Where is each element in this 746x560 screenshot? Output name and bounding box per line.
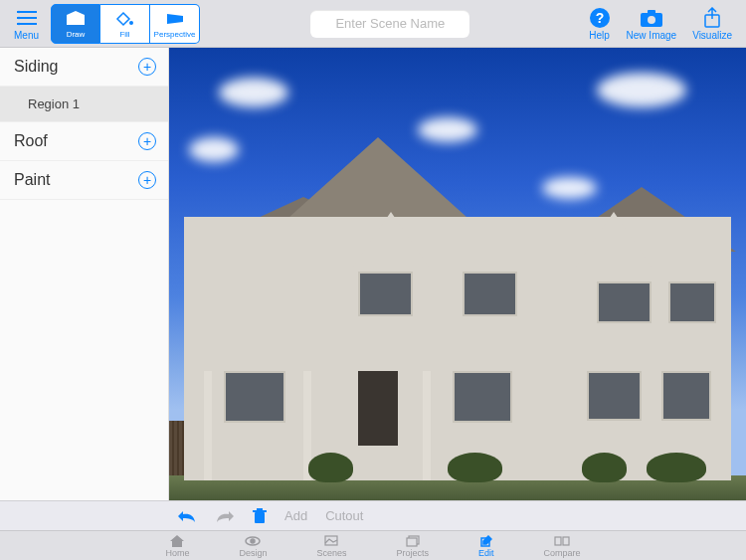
cloud [597, 73, 686, 107]
tab-home[interactable]: Home [165, 534, 189, 558]
add-button[interactable]: Add [284, 508, 307, 523]
svg-marker-8 [167, 14, 183, 24]
trash-icon [253, 508, 267, 524]
eye-icon [245, 534, 261, 548]
perspective-tool-button[interactable]: Perspective [150, 4, 200, 44]
help-label: Help [589, 30, 610, 41]
svg-point-3 [17, 11, 19, 13]
cutout-button[interactable]: Cutout [325, 508, 363, 523]
undo-icon [177, 508, 197, 524]
undo-button[interactable] [177, 508, 197, 524]
main-area: Siding + Region 1 Roof + Paint + [0, 48, 746, 500]
delete-button[interactable] [253, 508, 267, 524]
add-region-icon[interactable]: + [138, 58, 156, 76]
region-label: Region 1 [28, 96, 80, 111]
scene-name-input[interactable] [310, 10, 469, 38]
image-icon [324, 534, 338, 548]
svg-rect-16 [253, 510, 267, 512]
window [453, 371, 512, 423]
svg-rect-26 [563, 537, 569, 545]
edit-toolbar: Add Cutout [0, 500, 746, 530]
cloud [189, 137, 239, 162]
perspective-label: Perspective [154, 30, 196, 39]
shrub [582, 453, 627, 482]
category-label: Paint [14, 171, 50, 189]
fill-tool-button[interactable]: Fill [100, 4, 150, 44]
category-label: Siding [14, 58, 58, 76]
svg-text:?: ? [595, 10, 604, 26]
tab-label: Design [239, 548, 267, 558]
window [597, 281, 652, 323]
camera-icon [640, 6, 663, 30]
fill-icon [115, 9, 135, 29]
menu-label: Menu [14, 30, 39, 41]
tab-label: Compare [544, 548, 581, 558]
help-button[interactable]: ? Help [581, 4, 619, 43]
tab-label: Edit [478, 548, 494, 558]
category-siding[interactable]: Siding + [0, 48, 168, 87]
add-label: Add [284, 508, 307, 523]
fill-label: Fill [119, 30, 129, 39]
tab-edit[interactable]: Edit [478, 534, 494, 558]
svg-rect-23 [407, 538, 417, 546]
porch-column [423, 371, 431, 480]
visualize-label: Visualize [692, 30, 732, 41]
draw-tool-button[interactable]: Draw [51, 4, 100, 44]
category-paint[interactable]: Paint + [0, 161, 168, 200]
stack-icon [406, 534, 420, 548]
svg-point-7 [129, 21, 133, 25]
tab-label: Home [165, 548, 189, 558]
region-item[interactable]: Region 1 [0, 87, 168, 122]
menu-button[interactable]: Menu [6, 4, 47, 43]
gable-right [576, 212, 652, 267]
add-region-icon[interactable]: + [138, 171, 156, 189]
category-roof[interactable]: Roof + [0, 122, 168, 161]
porch-column [204, 371, 212, 480]
tab-design[interactable]: Design [239, 534, 267, 558]
draw-label: Draw [67, 30, 86, 39]
svg-point-4 [17, 17, 19, 19]
perspective-icon [165, 9, 185, 29]
tab-label: Projects [397, 548, 430, 558]
shrub [308, 453, 353, 482]
compare-icon [554, 534, 570, 548]
home-icon [170, 534, 184, 548]
tab-compare[interactable]: Compare [544, 534, 581, 558]
window [224, 371, 285, 423]
new-image-label: New Image [627, 30, 677, 41]
svg-rect-25 [555, 537, 561, 545]
svg-marker-6 [67, 11, 85, 25]
menu-icon [17, 6, 37, 30]
window [668, 281, 716, 323]
tab-scenes[interactable]: Scenes [316, 534, 346, 558]
window [661, 371, 711, 421]
svg-point-13 [648, 16, 655, 24]
shrub [647, 453, 706, 482]
tab-projects[interactable]: Projects [397, 534, 430, 558]
redo-button[interactable] [215, 508, 235, 524]
sidebar: Siding + Region 1 Roof + Paint + [0, 48, 169, 500]
visualize-button[interactable]: Visualize [684, 4, 740, 43]
svg-rect-17 [257, 508, 263, 510]
tool-segment: Draw Fill Perspective [51, 4, 200, 44]
add-region-icon[interactable]: + [138, 132, 156, 150]
new-image-button[interactable]: New Image [619, 4, 685, 43]
category-label: Roof [14, 132, 48, 150]
window [463, 272, 517, 316]
draw-icon [65, 9, 87, 29]
cloud [219, 78, 288, 107]
cutout-label: Cutout [325, 508, 363, 523]
svg-rect-15 [255, 512, 265, 523]
top-toolbar: Menu Draw Fill Perspective ? Help [0, 0, 746, 48]
window [587, 371, 642, 421]
svg-marker-18 [170, 535, 184, 547]
canvas-viewport[interactable] [169, 48, 746, 500]
shrub [448, 453, 502, 482]
tab-label: Scenes [316, 548, 346, 558]
bottom-tab-bar: Home Design Scenes Projects Edit Compare [0, 530, 746, 560]
redo-icon [215, 508, 235, 524]
window [358, 272, 413, 316]
share-icon [703, 6, 721, 30]
front-door [358, 371, 398, 446]
help-icon: ? [589, 6, 611, 30]
